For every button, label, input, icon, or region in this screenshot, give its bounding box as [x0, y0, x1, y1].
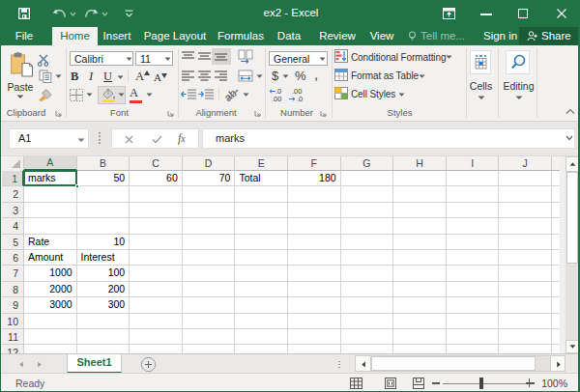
svg-text:ab: ab	[224, 87, 239, 102]
